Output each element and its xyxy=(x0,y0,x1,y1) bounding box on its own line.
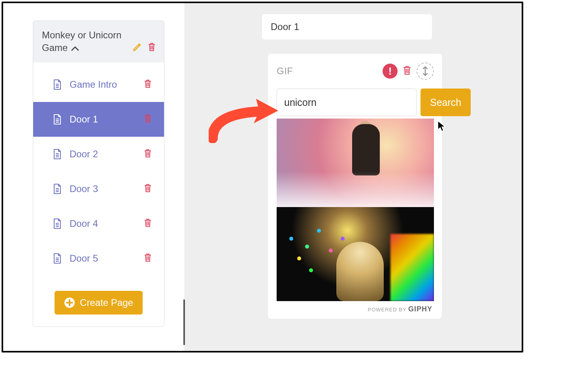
create-page-button[interactable]: Create Page xyxy=(55,291,143,315)
gif-block-heading: GIF xyxy=(277,66,383,77)
document-icon xyxy=(53,183,62,194)
trash-icon[interactable] xyxy=(147,42,156,53)
trash-icon[interactable] xyxy=(402,65,412,77)
gif-block-header: GIF ! xyxy=(277,62,434,80)
gif-search-input[interactable] xyxy=(277,89,417,116)
giphy-logo: GIPHY xyxy=(408,305,432,313)
gif-block: GIF ! Search xyxy=(268,54,442,319)
trash-icon[interactable] xyxy=(143,253,152,264)
trash-icon[interactable] xyxy=(143,183,152,194)
document-icon xyxy=(53,218,62,229)
pencil-icon[interactable] xyxy=(132,42,142,53)
page-title-text: Door 1 xyxy=(271,21,299,32)
sidebar: Monkey or Unicorn Game xyxy=(3,3,185,351)
page-tree-panel: Monkey or Unicorn Game xyxy=(33,21,164,327)
page-item-label: Door 1 xyxy=(70,114,143,125)
page-item-door-4[interactable]: Door 4 xyxy=(33,206,164,241)
gif-results xyxy=(277,119,434,301)
page-item-door-2[interactable]: Door 2 xyxy=(33,137,164,172)
page-item-door-3[interactable]: Door 3 xyxy=(33,172,164,206)
trash-icon[interactable] xyxy=(143,114,152,125)
warning-icon[interactable]: ! xyxy=(383,64,398,79)
page-item-door-1[interactable]: Door 1 xyxy=(33,102,164,137)
page-item-label: Door 4 xyxy=(70,218,143,229)
project-title: Monkey or Unicorn Game xyxy=(42,30,121,53)
giphy-attribution: POWERED BY GIPHY xyxy=(277,301,434,314)
trash-icon[interactable] xyxy=(143,79,152,90)
page-item-game-intro[interactable]: Game Intro xyxy=(33,67,164,102)
project-actions xyxy=(132,42,156,55)
project-title-wrap: Monkey or Unicorn Game xyxy=(42,29,132,55)
project-header[interactable]: Monkey or Unicorn Game xyxy=(33,21,164,62)
trash-icon[interactable] xyxy=(143,218,152,229)
document-icon xyxy=(53,253,62,264)
document-icon xyxy=(53,79,62,90)
editor-canvas: Door 1 GIF ! Search xyxy=(185,3,522,351)
gif-block-actions: ! xyxy=(383,62,434,80)
document-icon xyxy=(53,149,62,160)
trash-icon[interactable] xyxy=(143,149,152,160)
gif-result-2[interactable] xyxy=(277,207,434,301)
page-list: Game Intro Door 1 Door 2 Door 3 xyxy=(33,62,164,277)
page-item-label: Door 5 xyxy=(70,253,143,264)
create-page-label: Create Page xyxy=(80,297,133,308)
page-title-input[interactable]: Door 1 xyxy=(262,14,432,40)
chevron-up-icon[interactable] xyxy=(71,46,79,53)
page-item-label: Door 3 xyxy=(70,183,143,194)
drag-handle-icon[interactable] xyxy=(417,62,434,80)
page-item-label: Door 2 xyxy=(70,149,143,160)
powered-by-label: POWERED BY xyxy=(368,307,406,313)
plus-circle-icon xyxy=(64,297,75,308)
app-frame: Monkey or Unicorn Game xyxy=(2,2,523,352)
gif-result-1[interactable] xyxy=(277,119,434,207)
gif-search-button[interactable]: Search xyxy=(420,89,471,116)
page-item-door-5[interactable]: Door 5 xyxy=(33,241,164,276)
gif-search-row: Search xyxy=(277,89,434,116)
create-page-row: Create Page xyxy=(33,277,164,326)
page-item-label: Game Intro xyxy=(70,79,143,90)
document-icon xyxy=(53,114,62,125)
